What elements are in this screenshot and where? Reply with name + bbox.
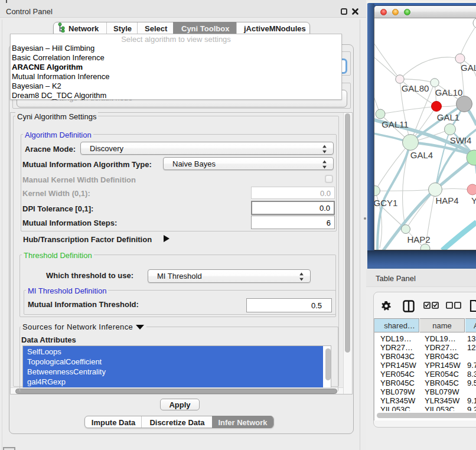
svg-text:GAL10: GAL10 (435, 87, 463, 97)
svg-text:YM: YM (471, 195, 476, 206)
svg-text:GAL80: GAL80 (402, 83, 429, 93)
svg-text:HAP4: HAP4 (435, 195, 458, 206)
svg-text:GAL11: GAL11 (382, 119, 409, 129)
svg-text:GAL1: GAL1 (437, 112, 459, 122)
svg-text:GCY1: GCY1 (374, 198, 397, 208)
svg-text:SWI4: SWI4 (450, 135, 472, 145)
svg-text:GAL4: GAL4 (410, 150, 433, 160)
svg-text:HAP2: HAP2 (407, 234, 430, 244)
svg-text:GAL7: GAL7 (461, 63, 476, 73)
